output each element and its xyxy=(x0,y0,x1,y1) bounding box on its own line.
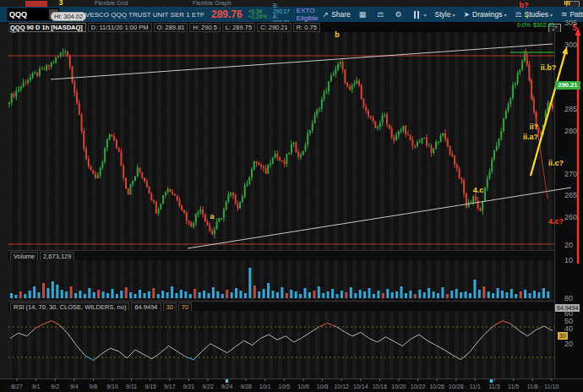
date-axis-label: 9/28 xyxy=(240,384,252,389)
window-tab-strip: Flexible Grid Flexible Graph xyxy=(0,0,583,7)
rsi-value: 64.9494 xyxy=(131,302,161,312)
date-axis-label: 11/1 xyxy=(470,384,481,389)
share-button[interactable]: ↗Share xyxy=(323,10,351,19)
symbol-actions-icon[interactable]: ⚖ xyxy=(63,10,70,19)
rsi-pane[interactable] xyxy=(8,311,554,378)
company-name: INVESCO QQQ TRUST UNIT SER 1 ETF xyxy=(79,11,204,19)
date-axis-label: 11/10 xyxy=(544,384,558,389)
patterns-button[interactable]: ≋Patterns▾ xyxy=(561,10,583,19)
style-button[interactable]: Style▾ xyxy=(435,10,455,19)
rsi-oversold-label: 30 xyxy=(163,302,177,312)
header-high: H: 290.5 xyxy=(189,23,220,32)
beaker-icon: ⚖ xyxy=(377,10,384,19)
date-axis-label: 9/15 xyxy=(144,384,156,389)
calendar-button[interactable]: ▦ xyxy=(359,10,369,19)
date-axis-label: 10/12 xyxy=(334,384,349,389)
date-axis-label: 10/6 xyxy=(297,384,309,389)
symbol-input-group: ▾ xyxy=(7,8,60,21)
date-axis-label: 10/28 xyxy=(449,384,464,389)
calendar-icon: ▦ xyxy=(359,10,367,19)
date-axis-label: 10/16 xyxy=(373,384,388,389)
chart-title: QQQ 90 D 1h [NASDAQ] xyxy=(7,23,86,32)
exto-eligible-badge: EXTO Eligible xyxy=(297,7,319,22)
price-axis-column[interactable] xyxy=(554,32,583,378)
change-percent: +2.24% xyxy=(248,14,267,20)
chart-toolbar: ▾ ⚖ INVESCO QQQ TRUST UNIT SER 1 ETF 289… xyxy=(0,7,583,23)
header-date: D: 11/11/20 1:00 PM xyxy=(88,23,152,32)
date-axis-label: 9/22 xyxy=(202,384,214,389)
date-axis-label: 8/27 xyxy=(11,384,23,389)
chart-ohlc-header: QQQ 90 D 1h [NASDAQ] D: 11/11/20 1:00 PM… xyxy=(0,22,583,32)
date-axis-label: 11/5 xyxy=(508,384,519,389)
date-axis-label: 11/3 xyxy=(488,384,499,389)
quick-study-button[interactable]: ⚖ xyxy=(377,10,386,19)
date-axis-label: 9/2 xyxy=(51,384,59,389)
flask-icon: ⚖ xyxy=(515,10,521,19)
patterns-icon: ≋ xyxy=(561,10,568,19)
date-axis[interactable]: 8/279/19/29/49/89/109/119/159/179/219/22… xyxy=(0,378,583,392)
info-icon[interactable]: ⓘ xyxy=(10,24,18,35)
date-axis-label: 10/5 xyxy=(279,384,291,389)
settings-button[interactable]: ⚙ xyxy=(395,10,404,19)
date-axis-label: 9/24 xyxy=(221,384,233,389)
symbol-input[interactable] xyxy=(8,10,48,19)
rsi-overbought-label: 70 xyxy=(178,302,192,312)
volume-value: 2,673,129 xyxy=(40,252,74,261)
change-block: +6.34 +2.24% xyxy=(248,9,267,20)
header-low: L: 289.75 xyxy=(222,23,255,32)
price-chart-pane[interactable] xyxy=(8,32,554,250)
candle-type-icon xyxy=(413,11,421,19)
date-axis-label: 9/11 xyxy=(126,384,137,389)
active-tab-marker[interactable] xyxy=(25,1,47,7)
header-open: O: 289.81 xyxy=(154,23,188,32)
window-control-icon[interactable] xyxy=(566,1,580,7)
cursor-icon: ➤ xyxy=(463,10,470,19)
date-axis-label: 10/1 xyxy=(259,384,271,389)
date-axis-label: 10/14 xyxy=(353,384,368,389)
date-axis-label: 9/21 xyxy=(183,384,195,389)
date-axis-label: 9/8 xyxy=(90,384,98,389)
drawings-button[interactable]: ➤Drawings▾ xyxy=(463,10,506,19)
date-axis-label: 9/17 xyxy=(164,384,176,389)
rsi-params-label[interactable]: RSI (14, 70, 30, CLOSE, WILDERS, no) xyxy=(10,302,129,312)
share-icon: ↗ xyxy=(323,10,330,19)
tab-flexible-graph[interactable]: Flexible Graph xyxy=(193,0,232,6)
symbol-dropdown-button[interactable]: ▾ xyxy=(49,9,58,19)
header-range: R: 0.75 xyxy=(293,23,320,32)
gear-icon: ⚙ xyxy=(395,10,401,19)
event-marker-icon[interactable] xyxy=(490,379,493,383)
date-axis-label: 11/8 xyxy=(527,384,538,389)
date-axis-label: 9/10 xyxy=(106,384,118,389)
toolbar-right-group: ↗Share ▦ ⚖ ⚙ ▾ Style▾ ➤Drawings▾ ⚖Studie… xyxy=(319,10,583,19)
volume-label[interactable]: Volume xyxy=(10,252,38,261)
event-marker-icon[interactable] xyxy=(226,379,228,383)
tab-flexible-grid[interactable]: Flexible Grid xyxy=(95,0,128,6)
last-price: 289.76 xyxy=(211,8,242,20)
date-axis-label: 10/8 xyxy=(317,384,329,389)
date-axis-label: 10/22 xyxy=(411,384,426,389)
wave5-target-label: 5 xyxy=(572,23,577,32)
volume-pane[interactable] xyxy=(8,260,554,301)
studies-button[interactable]: ⚖Studies▾ xyxy=(515,10,552,19)
header-close: C: 290.21 xyxy=(257,23,292,32)
date-axis-label: 9/1 xyxy=(32,384,41,389)
date-axis-label: 10/20 xyxy=(391,384,406,389)
thinkorswim-chart-window: Flexible Grid Flexible Graph ▾ ⚖ INVESCO… xyxy=(0,0,583,392)
chart-type-button[interactable]: ▾ xyxy=(413,11,427,19)
date-axis-label: 10/26 xyxy=(429,384,444,389)
date-axis-label: 9/4 xyxy=(70,384,79,389)
